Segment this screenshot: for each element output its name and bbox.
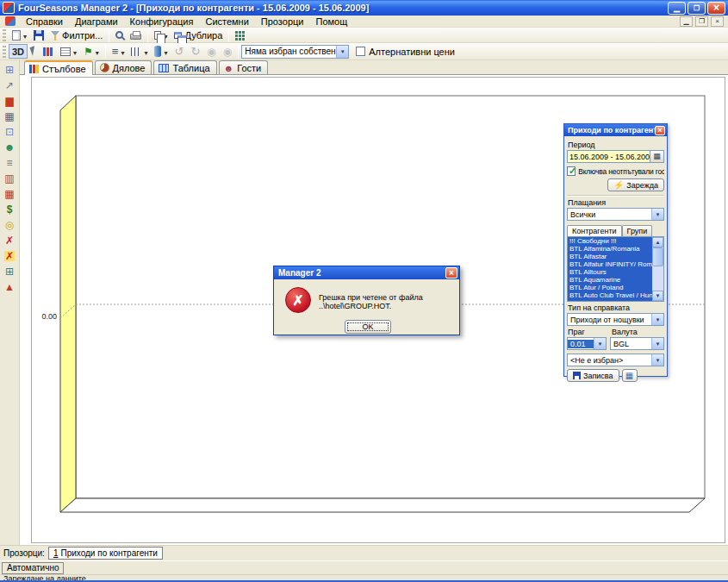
list-item[interactable]: BTL Alltours xyxy=(568,268,652,276)
mdi-close-button[interactable]: × xyxy=(711,16,724,27)
documents-button[interactable]: ≡ xyxy=(2,155,18,171)
list-item[interactable]: BTL Alfamina/Romania xyxy=(568,245,652,253)
chevron-down-icon[interactable] xyxy=(651,209,663,220)
zoom-in-button[interactable] xyxy=(220,44,235,59)
rotate-left-button[interactable] xyxy=(171,44,188,59)
dialog-close-icon[interactable]: × xyxy=(445,267,457,278)
owner-select[interactable]: Няма избран собственици xyxy=(241,45,349,59)
currency-select[interactable]: BGL xyxy=(610,337,664,350)
marks-button[interactable] xyxy=(80,44,103,59)
tab-table[interactable]: Таблица xyxy=(153,60,216,74)
alt-prices-checkbox[interactable]: Алтернативни цени xyxy=(356,47,455,57)
threshold-select[interactable]: 0.01 xyxy=(567,337,607,350)
calendar-button[interactable]: ▦ xyxy=(2,109,18,124)
save-button[interactable] xyxy=(30,28,47,42)
guests-group-button[interactable]: ☻ xyxy=(2,140,18,155)
list-item-partial[interactable] xyxy=(568,299,652,302)
scroll-up-icon[interactable]: ▲ xyxy=(652,237,663,247)
period-input[interactable]: 15.06.2009 - 15.06.2009 xyxy=(567,150,650,163)
document-icon[interactable] xyxy=(5,16,16,26)
cancel-reservation-button[interactable]: ✗ xyxy=(2,248,18,264)
menu-windows[interactable]: Прозорци xyxy=(255,16,310,28)
guest-stats-button[interactable]: ▲ xyxy=(2,279,18,295)
scroll-down-icon[interactable]: ▼ xyxy=(652,291,663,301)
print-preview-button[interactable] xyxy=(112,28,127,42)
checkbox-unchecked-icon[interactable] xyxy=(356,47,365,56)
list-item[interactable]: BTL Atur / Poland xyxy=(568,284,652,291)
chart-report-button[interactable]: ▆ xyxy=(2,93,18,109)
ledger-button[interactable]: ▥ xyxy=(2,171,18,186)
series-style-button[interactable] xyxy=(151,44,171,59)
mdi-minimize-button[interactable]: ▁ xyxy=(680,16,693,27)
load-button[interactable]: Зарежда xyxy=(607,178,664,191)
export-excel-button[interactable] xyxy=(232,28,249,42)
pointer-icon xyxy=(30,46,38,55)
minimize-button[interactable] xyxy=(668,2,686,15)
payments-button[interactable]: $ xyxy=(2,202,18,217)
scroll-thumb[interactable] xyxy=(652,247,663,266)
tab-groups[interactable]: Групи xyxy=(622,225,653,236)
ok-button[interactable]: OK xyxy=(345,320,391,334)
tab-contractors[interactable]: Контрагенти xyxy=(567,225,622,236)
copy-button[interactable] xyxy=(151,28,171,42)
cancel-guest-button[interactable]: ✗ xyxy=(2,233,18,248)
copy-window-button[interactable]: ⊡ xyxy=(2,124,18,140)
list-item[interactable]: BTL Aquamarine xyxy=(568,276,652,284)
list-item[interactable]: BTL Auto Club Travel / Hunga xyxy=(568,291,652,299)
menu-diagrams[interactable]: Диаграми xyxy=(69,16,124,28)
owner-select-value: Няма избран собственици xyxy=(242,47,336,56)
window-button[interactable]: 1 Приходи по контрагенти xyxy=(48,547,163,560)
list-item[interactable]: !!! Свободни !!! xyxy=(568,237,652,245)
menu-configuration[interactable]: Конфигурация xyxy=(124,16,200,28)
mdi-restore-button[interactable]: ❒ xyxy=(695,16,708,27)
list-scrollbar[interactable]: ▲ ▼ xyxy=(652,237,663,301)
chevron-down-icon[interactable] xyxy=(336,46,348,58)
new-button[interactable] xyxy=(9,28,30,42)
rotate-chart-button[interactable] xyxy=(28,44,40,59)
print-button[interactable] xyxy=(127,28,145,42)
chevron-down-icon[interactable] xyxy=(594,338,606,349)
bar-values-button[interactable] xyxy=(40,44,57,59)
include-guests-checkbox[interactable]: Включва неотпътували гости xyxy=(567,166,664,176)
panel-close-icon[interactable]: × xyxy=(655,126,665,135)
export-button[interactable]: ↗ xyxy=(2,78,18,93)
rotate-right-button[interactable] xyxy=(187,44,203,59)
contractors-listbox[interactable]: !!! Свободни !!! BTL Alfamina/Romania BT… xyxy=(567,236,664,302)
room-grid-button[interactable]: ▦ xyxy=(2,186,18,202)
payments-select[interactable]: Всички xyxy=(567,208,664,221)
currency-label: Валута xyxy=(612,328,664,336)
legend-button[interactable] xyxy=(57,44,80,59)
automatic-button[interactable]: Автоматично xyxy=(2,562,64,574)
vertical-grid-button[interactable] xyxy=(128,44,151,59)
filters-button[interactable]: Филтри... xyxy=(47,28,106,42)
menu-reports[interactable]: Справки xyxy=(20,16,69,28)
menu-help[interactable]: Помощ xyxy=(309,16,353,28)
table-view-button[interactable] xyxy=(622,369,638,382)
tab-guests[interactable]: Гости xyxy=(219,60,269,74)
menu-system[interactable]: Системни xyxy=(199,16,254,28)
currency-button[interactable]: ◎ xyxy=(2,217,18,233)
save-report-button[interactable]: Записва xyxy=(567,369,619,382)
chevron-down-icon[interactable] xyxy=(651,354,663,366)
list-item[interactable]: BTL Alfastar xyxy=(568,253,652,260)
rooming-list-button[interactable]: ⊞ xyxy=(2,264,18,279)
chevron-down-icon[interactable] xyxy=(651,314,663,325)
report-type-select[interactable]: Приходи от нощувки xyxy=(567,313,664,326)
3d-toggle-button[interactable]: 3D xyxy=(9,44,28,59)
panel-title-bar[interactable]: Приходи по контрагенти × xyxy=(564,124,667,136)
close-button[interactable] xyxy=(707,2,725,15)
dialog-title-bar[interactable]: Manager 2 × xyxy=(274,266,459,279)
tab-bars[interactable]: Стълбове xyxy=(24,60,93,75)
cascade-windows-button[interactable]: ⊞ xyxy=(2,62,18,78)
chevron-down-icon[interactable] xyxy=(651,338,663,349)
list-item[interactable]: BTL Alfatur INFINITY/ Romani xyxy=(568,260,652,268)
horizontal-grid-button[interactable] xyxy=(109,44,128,59)
duplicate-button[interactable]: Дублира xyxy=(171,28,226,42)
tab-shares[interactable]: Дялове xyxy=(95,60,152,74)
checkbox-checked-icon[interactable] xyxy=(567,166,576,176)
calendar-picker-icon[interactable] xyxy=(650,150,664,163)
zoom-out-button[interactable] xyxy=(203,44,219,59)
report-type-label: Тип на справката xyxy=(568,304,664,312)
owner-filter-select[interactable]: <Не е избран> xyxy=(567,354,664,366)
restore-button[interactable] xyxy=(688,2,706,15)
